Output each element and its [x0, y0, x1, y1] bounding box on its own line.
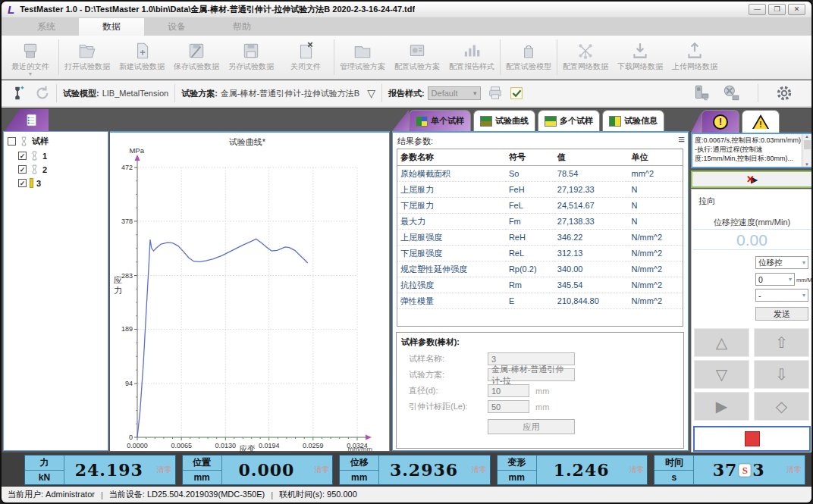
panel-menu-icon[interactable]: ≡	[678, 134, 685, 145]
save-as-data-button[interactable]: 另存试验数据	[224, 37, 278, 77]
speed-readout: 0.00	[693, 229, 811, 250]
config-network-button[interactable]: 配置网络数据	[558, 37, 613, 77]
svg-text:0: 0	[129, 434, 133, 441]
deformation-readout: 变形mm 1.246 清零	[497, 455, 648, 485]
gauge-length-unit: mm	[535, 402, 549, 412]
menu-tab-data[interactable]: 数据	[79, 18, 144, 36]
download-network-button[interactable]: 下载网络数据	[613, 37, 667, 77]
restore-button[interactable]: ❒	[768, 4, 786, 15]
log-line: 度:15mm/Min,控制目标:80mm)...	[695, 154, 801, 163]
print-report-icon[interactable]	[487, 85, 504, 102]
jog-up-button[interactable]: ⇧	[754, 328, 809, 357]
table-row[interactable]: 下屈服强度ReL312.13N/mm^2	[397, 246, 683, 261]
menu-tab-help[interactable]: 帮助	[209, 18, 275, 36]
table-row[interactable]: 下屈服力FeL24,514.67N	[397, 198, 683, 214]
new-data-button[interactable]: 新建试验数据	[115, 37, 169, 77]
chevron-down-icon: ▾	[802, 292, 805, 299]
fast-down-button[interactable]: ▽	[694, 360, 749, 389]
new-specimen-icon[interactable]	[9, 85, 26, 102]
tab-test-curve[interactable]: 试验曲线	[473, 110, 535, 131]
jog-down-button[interactable]: ⇩	[754, 360, 809, 389]
minimize-button[interactable]: —	[749, 4, 766, 15]
recent-files-button[interactable]: 最近的文件 ▼	[3, 37, 58, 77]
open-data-button[interactable]: 打开试验数据	[60, 37, 115, 77]
scroll-up-icon[interactable]: ▲	[805, 134, 809, 139]
table-row[interactable]: 抗拉强度Rm345.54N/mm^2	[397, 277, 683, 293]
specimen-tree-tab[interactable]	[5, 109, 49, 131]
close-button[interactable]: ✕	[788, 4, 805, 15]
apply-button[interactable]: 应用	[488, 419, 575, 434]
log-line: 度:0.0067/s,控制目标:0.03mm/mm)	[695, 136, 801, 145]
table-row[interactable]: 上屈服强度ReH346.22N/mm^2	[397, 230, 683, 246]
menu-tab-device[interactable]: 设备	[144, 18, 209, 36]
tab-single-specimen[interactable]: 单个试样	[409, 110, 471, 131]
mute-alarm-button[interactable]: ✕ ◀	[691, 171, 813, 188]
secondary-toolbar: 试验模型: LIB_MetalTension 试验方案: 金属-棒材-普通引伸计…	[2, 80, 811, 108]
specimen-2-checkbox[interactable]: ✓	[18, 165, 27, 174]
scroll-down-icon[interactable]: ▼	[805, 162, 809, 167]
clamp-icon: ◇	[776, 397, 787, 415]
config-scheme-button[interactable]: 配置试验方案	[390, 37, 444, 77]
clear-zero-button[interactable]: 清零	[154, 455, 175, 484]
current-specimen-icon	[30, 178, 33, 188]
tree-root[interactable]: 试样	[8, 136, 108, 147]
chevron-down-icon: ▾	[802, 259, 805, 266]
machine-status-icon[interactable]	[691, 83, 711, 103]
app-window: L TestMaster 1.0 - D:\TestMaster 1.0\bin…	[0, 0, 813, 504]
gauge-length-input[interactable]: 50	[488, 400, 529, 413]
stop-button[interactable]	[693, 426, 811, 452]
tab-multi-specimen[interactable]: 多个试样	[538, 110, 600, 131]
specimen-1-checkbox[interactable]: ✓	[18, 152, 27, 160]
clear-zero-button[interactable]: 清零	[469, 455, 490, 484]
save-data-button[interactable]: 保存试验数据	[169, 37, 224, 77]
speed-input[interactable]: 0 ▾	[755, 273, 795, 286]
specimen-params-title: 试样参数(棒材):	[401, 337, 683, 348]
clamp-button[interactable]: ◇	[754, 392, 809, 421]
tab-alerts[interactable]: !	[702, 110, 739, 133]
aux-select[interactable]: - ▾	[755, 289, 808, 302]
run-button[interactable]: ▶	[694, 392, 749, 421]
table-row[interactable]: 上屈服力FeH27,192.33N	[397, 182, 683, 198]
clear-zero-button[interactable]: 清零	[783, 455, 805, 484]
table-row[interactable]: 规定塑性延伸强度Rp(0.2)340.00N/mm^2	[397, 261, 683, 277]
scroll-thumb[interactable]	[804, 140, 811, 149]
upload-network-button[interactable]: 上传网络数据	[667, 37, 722, 77]
save-as-data-icon	[241, 40, 261, 61]
table-row[interactable]: 最大力Fm27,138.33N	[397, 214, 683, 230]
clear-zero-button[interactable]: 清零	[626, 455, 647, 484]
disconnect-icon[interactable]	[721, 83, 741, 103]
svg-text:0.0194: 0.0194	[259, 442, 280, 449]
diameter-input[interactable]: 10	[488, 384, 529, 397]
tree-item-specimen-1[interactable]: ✓ 1	[18, 151, 108, 161]
manage-scheme-button[interactable]: 管理试验方案	[335, 37, 390, 77]
config-report-button[interactable]: 配置报告样式	[444, 37, 499, 77]
report-style-select[interactable]: Default ▾	[428, 86, 481, 100]
settings-gear-icon[interactable]	[775, 84, 793, 102]
tab-test-info[interactable]: 试验信息	[602, 110, 664, 131]
config-model-button[interactable]: 配置试验模型	[501, 37, 556, 77]
table-row[interactable]: 弹性模量E210,844.80N/mm^2	[397, 293, 683, 309]
refresh-icon[interactable]	[33, 85, 50, 102]
clear-zero-button[interactable]: 清零	[311, 455, 332, 484]
mute-x-icon: ✕	[746, 174, 755, 185]
result-params-table: 参数名称 符号 值 单位 原始横截面积So78.54mm^2 上屈服力FeH27…	[397, 149, 683, 327]
control-mode-select[interactable]: 位移控 ▾	[755, 256, 808, 269]
table-row[interactable]: 原始横截面积So78.54mm^2	[397, 166, 683, 182]
close-file-button[interactable]: 关闭文件	[278, 37, 333, 77]
report-check-icon[interactable]	[508, 85, 525, 102]
fast-up-button[interactable]: △	[694, 328, 749, 357]
filter-funnel-icon[interactable]: ▽	[367, 87, 375, 99]
menu-tab-system[interactable]: 系统	[14, 18, 79, 36]
specimen-list-icon	[24, 113, 38, 127]
tab-warnings[interactable]: !	[742, 110, 780, 133]
root-checkbox[interactable]	[8, 137, 16, 146]
stop-icon	[745, 431, 760, 446]
tree-item-specimen-3[interactable]: ✓ 3	[18, 178, 108, 188]
toolbar-separator	[381, 84, 382, 102]
specimen-3-checkbox[interactable]: ✓	[18, 179, 27, 187]
specimen-scheme-input[interactable]: 金属-棒材-普通引伸计-拉	[488, 368, 575, 381]
gauge-length-label: 引伸计标距(Le):	[409, 401, 488, 412]
send-button[interactable]: 发送	[755, 307, 808, 321]
log-scrollbar[interactable]: ▲ ▼	[802, 134, 811, 167]
tree-item-specimen-2[interactable]: ✓ 2	[18, 164, 108, 174]
